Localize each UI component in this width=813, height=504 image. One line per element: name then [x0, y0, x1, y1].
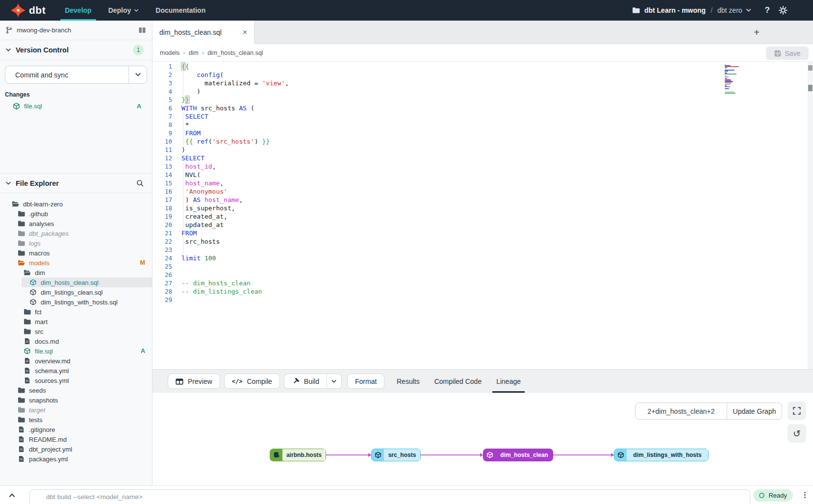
code-line-15[interactable]: 15 host_name,: [152, 179, 813, 187]
code-line-28[interactable]: 28-- dim_listings_clean: [152, 287, 813, 296]
build-options-button[interactable]: [327, 374, 342, 389]
code-line-26[interactable]: 26: [152, 271, 813, 279]
breadcrumb-models[interactable]: models: [160, 50, 179, 56]
tree-item-packages.yml[interactable]: packages.yml: [0, 454, 152, 464]
file-explorer-header[interactable]: File Explorer: [0, 173, 152, 193]
code-line-23[interactable]: 23: [152, 246, 813, 254]
code-line-7[interactable]: 7 SELECT: [152, 112, 813, 121]
new-tab-icon[interactable]: +: [749, 21, 764, 44]
code-line-29[interactable]: 29: [152, 296, 813, 304]
breadcrumb-dim[interactable]: dim: [189, 50, 199, 56]
code-line-16[interactable]: 16 'Anonymous': [152, 187, 813, 196]
code-line-12[interactable]: 12SELECT: [152, 154, 813, 162]
tree-item-dbt_packages[interactable]: dbt_packages: [0, 228, 152, 238]
lineage-node-dim_hosts_clean[interactable]: dim_hosts_clean: [483, 449, 553, 461]
reset-view-button[interactable]: ↺: [788, 424, 806, 443]
version-control-header[interactable]: Version Control 1: [0, 40, 152, 60]
code-line-17[interactable]: 17 ) AS host_name,: [152, 196, 813, 204]
chevron-down-icon[interactable]: [5, 48, 11, 52]
tree-item-mart[interactable]: mart: [0, 317, 152, 327]
tree-item-README.md[interactable]: README.md: [0, 434, 152, 444]
code-line-10[interactable]: 10 {{ ref('src_hosts') }}: [152, 137, 813, 146]
code-line-6[interactable]: 6WITH src_hosts AS (: [152, 104, 813, 112]
commit-and-sync-button[interactable]: Commit and sync: [5, 66, 128, 84]
lineage-node-airbnb.hosts[interactable]: airbnb.hosts: [270, 449, 326, 461]
code-line-13[interactable]: 13 host_id,: [152, 162, 813, 171]
editor-tab-dim-hosts-clean[interactable]: dim_hosts_clean.sql ×: [152, 21, 254, 44]
tree-item-overview.md[interactable]: overview.md: [0, 356, 152, 366]
tab-lineage[interactable]: Lineage: [492, 370, 525, 393]
search-icon[interactable]: [136, 179, 144, 187]
code-line-24[interactable]: 24limit 100: [152, 254, 813, 262]
code-line-27[interactable]: 27-- dim_hosts_clean: [152, 279, 813, 287]
tree-item-tests[interactable]: tests: [0, 415, 152, 425]
code-line-20[interactable]: 20 updated_at: [152, 221, 813, 229]
fullscreen-button[interactable]: [788, 402, 806, 420]
code-line-11[interactable]: 11): [152, 146, 813, 154]
chevron-up-icon[interactable]: [8, 493, 16, 498]
tree-item-fct[interactable]: fct: [0, 307, 152, 317]
gear-icon[interactable]: [779, 6, 788, 15]
nav-develop[interactable]: Develop: [62, 0, 94, 21]
changed-file-file.sql[interactable]: file.sqlA: [5, 102, 147, 110]
tab-compiled-code[interactable]: Compiled Code: [431, 370, 486, 393]
code-line-18[interactable]: 18 is_superhost,: [152, 204, 813, 212]
tab-results[interactable]: Results: [393, 370, 424, 393]
status-badge[interactable]: Ready: [753, 489, 793, 502]
tree-item-dim_hosts_clean.sql[interactable]: dim_hosts_clean.sql: [0, 277, 152, 287]
code-line-5[interactable]: 5}}: [152, 96, 813, 104]
node-selector-input[interactable]: 2+dim_hosts_clean+2: [635, 403, 727, 419]
nav-deploy[interactable]: Deploy: [106, 0, 142, 21]
code-line-22[interactable]: 22 src_hosts: [152, 237, 813, 246]
lineage-node-src_hosts[interactable]: src_hosts: [371, 449, 421, 461]
update-graph-button[interactable]: Update Graph: [727, 403, 782, 419]
tree-item-models[interactable]: modelsM: [0, 258, 152, 268]
scrollbar-thumb[interactable]: [808, 65, 813, 71]
code-line-1[interactable]: 1{{: [152, 62, 813, 71]
code-line-4[interactable]: 4 ): [152, 87, 813, 96]
code-editor[interactable]: 1{{2 config(3 materialized = 'view',4 )5…: [152, 62, 813, 369]
commit-options-button[interactable]: [128, 66, 147, 84]
tree-item-snapshots[interactable]: snapshots: [0, 395, 152, 405]
tree-item-src[interactable]: src: [0, 327, 152, 336]
code-line-25[interactable]: 25: [152, 262, 813, 271]
command-input[interactable]: dbt build --select <model_name>: [29, 489, 750, 504]
dbt-logo[interactable]: dbt: [11, 3, 46, 18]
lineage-node-dim_listings_with_hosts[interactable]: dim_listings_with_hosts: [614, 449, 709, 461]
project-name[interactable]: dbt Learn - mwong: [644, 6, 706, 14]
help-button[interactable]: ?: [765, 5, 770, 15]
tree-item-docs.md[interactable]: docs.md: [0, 336, 152, 346]
tree-item-logs[interactable]: logs: [0, 238, 152, 248]
tree-item-file.sql[interactable]: file.sqlA: [0, 346, 152, 356]
code-line-14[interactable]: 14 NVL(: [152, 171, 813, 179]
kebab-menu-icon[interactable]: [804, 492, 806, 498]
save-button[interactable]: Save: [766, 47, 809, 60]
code-line-3[interactable]: 3 materialized = 'view',: [152, 79, 813, 87]
chevron-down-icon[interactable]: [746, 8, 751, 12]
tree-item-dim_listings_with_hosts.sql[interactable]: dim_listings_with_hosts.sql: [0, 297, 152, 307]
compile-button[interactable]: </>Compile: [224, 374, 280, 389]
preview-button[interactable]: Preview: [168, 374, 220, 389]
code-line-19[interactable]: 19 created_at,: [152, 212, 813, 221]
tree-item-dim[interactable]: dim: [0, 268, 152, 277]
build-button[interactable]: Build: [284, 374, 327, 389]
tree-item-.gitignore[interactable]: .gitignore: [0, 425, 152, 434]
tree-item-schema.yml[interactable]: schema.yml: [0, 366, 152, 376]
tree-item-dim_listings_clean.sql[interactable]: dim_listings_clean.sql: [0, 287, 152, 297]
breadcrumb-dim_hosts_clean.sql[interactable]: dim_hosts_clean.sql: [207, 50, 263, 56]
format-button[interactable]: Format: [347, 374, 384, 389]
code-line-9[interactable]: 9 FROM: [152, 129, 813, 137]
tree-item-macros[interactable]: macros: [0, 248, 152, 258]
code-line-8[interactable]: 8 *: [152, 121, 813, 129]
tree-item-dbt-learn-zero[interactable]: dbt-learn-zero: [0, 199, 152, 209]
docs-panel-icon[interactable]: [138, 27, 146, 33]
chevron-down-icon[interactable]: [5, 181, 11, 185]
environment-selector[interactable]: dbt zero: [717, 6, 742, 14]
code-line-2[interactable]: 2 config(: [152, 71, 813, 79]
tree-item-analyses[interactable]: analyses: [0, 219, 152, 228]
nav-documentation[interactable]: Documentation: [153, 0, 208, 21]
tree-item-sources.yml[interactable]: sources.yml: [0, 376, 152, 385]
tree-item-dbt_project.yml[interactable]: dbt_project.yml: [0, 444, 152, 454]
tree-item-seeds[interactable]: seeds: [0, 385, 152, 395]
editor-scrollbar[interactable]: [808, 62, 813, 369]
